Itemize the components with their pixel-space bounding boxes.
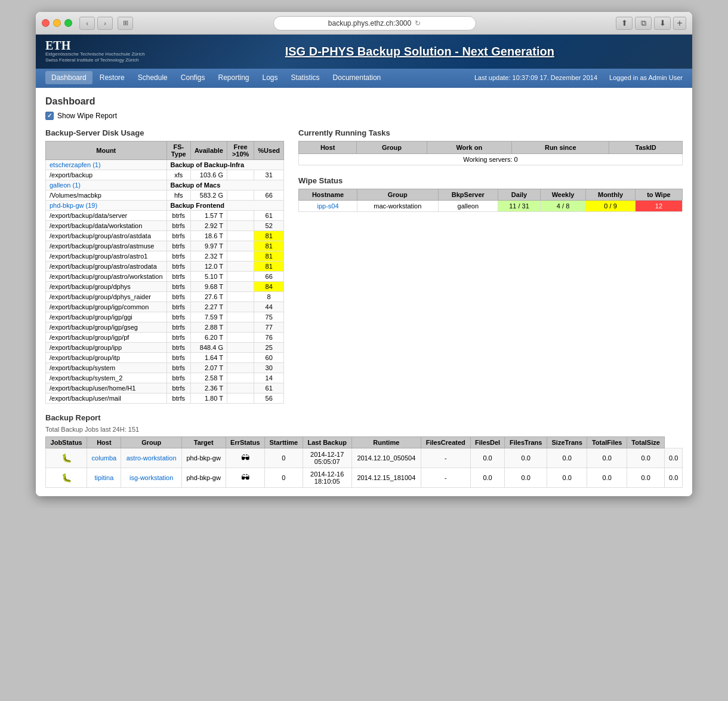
- job-target-icon: 🕶: [226, 468, 264, 487]
- mount: /export/backup/user/home/H1: [46, 383, 167, 393]
- download-button[interactable]: ⬇: [654, 17, 671, 30]
- host-3: phd-bkp-gw (19): [46, 200, 167, 210]
- job-status-icon: 🐛: [46, 468, 87, 487]
- fstype: btrfs: [166, 230, 190, 241]
- mount: /export/backup/data/workstation: [46, 220, 167, 230]
- used: 25: [254, 342, 284, 352]
- fstype: btrfs: [166, 261, 190, 271]
- available: 2.36 T: [191, 383, 227, 393]
- job-files-del: 0.0: [505, 468, 547, 487]
- table-row: /export/backup/group/igp/ggi btrfs 7.59 …: [46, 312, 284, 322]
- free: [227, 230, 254, 241]
- mount: /export/backup/group/astro/astro1: [46, 251, 167, 261]
- job-target-icon: 🕶: [226, 448, 264, 468]
- mount: /export/backup/group/itp: [46, 352, 167, 362]
- group-header-3: phd-bkp-gw (19) Backup Frontend: [46, 200, 284, 210]
- logged-in: Logged in as Admin User: [609, 74, 683, 81]
- col-monthly: Monthly: [586, 189, 636, 200]
- table-row: /export/backup/group/dphys btrfs 9.68 T …: [46, 281, 284, 291]
- available: 2.32 T: [191, 251, 227, 261]
- available: 583.2 G: [191, 190, 227, 200]
- show-reader-button[interactable]: ⊞: [118, 17, 133, 30]
- job-errstatus: 0: [265, 448, 303, 468]
- available: 2.27 T: [191, 302, 227, 312]
- table-row: /Volumes/macbkp hfs 583.2 G 66: [46, 190, 284, 200]
- col-taskid: TaskID: [609, 141, 683, 153]
- backup-report-table: JobStatus Host Group Target ErrStatus St…: [45, 436, 683, 488]
- col-total-files: TotalFiles: [587, 436, 627, 448]
- col-used: %Used: [254, 141, 284, 159]
- show-wipe-label: Show Wipe Report: [57, 112, 117, 120]
- col-available: Available: [191, 141, 227, 159]
- forward-button[interactable]: ›: [97, 17, 113, 30]
- fstype: btrfs: [166, 312, 190, 322]
- titlebar: ‹ › ⊞ backup.phys.ethz.ch:3000 ↻ ⬆ ⧉ ⬇ +: [36, 12, 692, 35]
- wipe-daily: 11 / 31: [498, 200, 541, 211]
- col-total-size: TotalSize: [627, 436, 664, 448]
- col-runtime: Runtime: [351, 436, 421, 448]
- table-row: /export/backup/group/astro/astro1 btrfs …: [46, 251, 284, 261]
- free: [227, 291, 254, 302]
- available: 1.80 T: [191, 393, 227, 403]
- job-starttime: 2014-12-1705:05:07: [303, 448, 351, 468]
- job-status-icon: 🐛: [46, 448, 87, 468]
- add-tab-button[interactable]: +: [673, 17, 686, 30]
- free: [227, 220, 254, 230]
- fstype: btrfs: [166, 220, 190, 230]
- free: [227, 170, 254, 180]
- job-errstatus: 0: [265, 468, 303, 487]
- nav-item-dashboard[interactable]: Dashboard: [45, 71, 92, 84]
- job-files-del: 0.0: [505, 448, 547, 468]
- reload-icon[interactable]: ↻: [415, 19, 421, 27]
- available: 12.0 T: [191, 261, 227, 271]
- nav-item-logs[interactable]: Logs: [257, 71, 284, 84]
- show-wipe-checkbox[interactable]: [45, 112, 54, 120]
- mount: /export/backup/group/dphys: [46, 281, 167, 291]
- fstype: btrfs: [166, 342, 190, 352]
- free: [227, 342, 254, 352]
- available: 2.58 T: [191, 373, 227, 383]
- table-row: /export/backup/group/dphys_raider btrfs …: [46, 291, 284, 302]
- eth-logo: ETH: [45, 39, 145, 51]
- group-header-1: etscherzapfen (1) Backup of Backup-Infra: [46, 159, 284, 170]
- fstype: btrfs: [166, 251, 190, 261]
- maximize-button[interactable]: [64, 19, 72, 27]
- col-run-since: Run since: [512, 141, 609, 153]
- free: [227, 362, 254, 373]
- nav-item-documentation[interactable]: Documentation: [327, 71, 387, 84]
- free: [227, 302, 254, 312]
- table-row: /export/backup/group/astro/astmuse btrfs…: [46, 241, 284, 251]
- address-text: backup.phys.ethz.ch:3000: [328, 19, 411, 27]
- available: 1.57 T: [191, 210, 227, 220]
- nav-item-restore[interactable]: Restore: [94, 71, 131, 84]
- wipe-bkpserver: galleon: [438, 200, 498, 211]
- nav-item-statistics[interactable]: Statistics: [285, 71, 326, 84]
- group-name-3: Backup Frontend: [166, 200, 283, 210]
- used: 61: [254, 383, 284, 393]
- free: [227, 332, 254, 342]
- table-row: /export/backup/data/workstation btrfs 2.…: [46, 220, 284, 230]
- free: [227, 281, 254, 291]
- col-jobstatus: JobStatus: [46, 436, 87, 448]
- free: [227, 383, 254, 393]
- share-button[interactable]: ⬆: [616, 17, 633, 30]
- back-button[interactable]: ‹: [79, 17, 95, 30]
- fstype: btrfs: [166, 281, 190, 291]
- header-banner: ETH Eidgenössische Technische Hochschule…: [36, 35, 692, 69]
- available: 2.88 T: [191, 322, 227, 332]
- nav-item-schedule[interactable]: Schedule: [132, 71, 174, 84]
- used: 8: [254, 291, 284, 302]
- browser-nav-buttons: ‹ ›: [79, 17, 113, 30]
- group-name-2: Backup of Macs: [166, 180, 283, 190]
- table-row: 🐛 columba astro-workstation phd-bkp-gw 🕶…: [46, 448, 683, 468]
- close-button[interactable]: [42, 19, 50, 27]
- two-column-layout: Backup-Server Disk Usage Mount FS-Type A…: [45, 128, 683, 404]
- job-target: phd-bkp-gw: [181, 448, 226, 468]
- minimize-button[interactable]: [53, 19, 61, 27]
- wipe-to-wipe: 12: [635, 200, 682, 211]
- available: 848.4 G: [191, 342, 227, 352]
- new-tab-button[interactable]: ⧉: [635, 17, 652, 30]
- nav-item-configs[interactable]: Configs: [175, 71, 211, 84]
- address-bar[interactable]: backup.phys.ethz.ch:3000 ↻: [273, 16, 476, 30]
- nav-item-reporting[interactable]: Reporting: [212, 71, 255, 84]
